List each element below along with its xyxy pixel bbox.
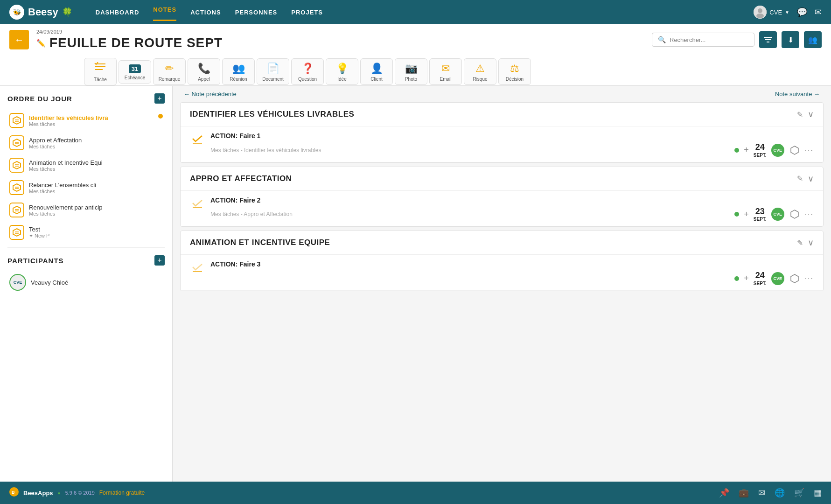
participants-section: PARTICIPANTS + CVE Veauvy Chloé <box>7 255 165 294</box>
nav-personnes[interactable]: PERSONNES <box>235 7 278 18</box>
sidebar-item-1[interactable]: Appro et Affectation Mes tâches <box>7 132 165 154</box>
add-participant-button[interactable]: + <box>154 255 165 266</box>
main-layout: ORDRE DU JOUR + Identifier les véhicules… <box>0 86 831 486</box>
tool-document-label: Document <box>262 77 284 82</box>
section-edit-icon-2[interactable]: ✎ <box>797 238 803 247</box>
section-actions-2: ✎ ∨ <box>797 238 814 248</box>
add-action-btn-2-0[interactable]: + <box>744 273 749 283</box>
section-block-1: APPRO ET AFFECTATION ✎ ∨ ACTION: Faire <box>180 167 824 227</box>
more-btn-1-0[interactable]: ··· <box>805 210 814 218</box>
section-header-1: APPRO ET AFFECTATION ✎ ∨ <box>181 167 823 191</box>
footer-status-dot: ● <box>58 490 61 496</box>
download-button[interactable]: ⬇ <box>782 31 799 48</box>
document-icon: 📄 <box>267 63 279 75</box>
tool-echeance-label: Echéance <box>125 75 145 80</box>
tool-document[interactable]: 📄 Document <box>257 58 289 85</box>
tool-client[interactable]: 👤 Client <box>360 58 393 85</box>
toolbar: Tâche 31 Echéance ✏ Remarque 📞 Appel 👥 R… <box>84 54 822 85</box>
add-action-btn-1-0[interactable]: + <box>744 210 749 219</box>
add-agenda-item-button[interactable]: + <box>154 93 165 104</box>
action-checkbox-icon-2-0[interactable] <box>190 260 205 275</box>
item-subtitle-2: Mes tâches <box>29 166 163 172</box>
cve-avatar-2-0: CVE <box>771 272 784 285</box>
more-btn-2-0[interactable]: ··· <box>805 274 814 283</box>
sidebar-item-3[interactable]: Relancer L'ensembles cli Mes tâches <box>7 176 165 199</box>
item-icon-5 <box>9 225 24 240</box>
section-actions-1: ✎ ∨ <box>797 174 814 184</box>
section-title-1: APPRO ET AFFECTATION <box>190 174 292 183</box>
tool-echeance[interactable]: 31 Echéance <box>119 60 151 84</box>
section-chevron-icon-0[interactable]: ∨ <box>808 109 814 119</box>
section-edit-icon-1[interactable]: ✎ <box>797 174 803 183</box>
item-subtitle-3: Mes tâches <box>29 189 163 194</box>
footer-grid-icon[interactable]: ▦ <box>814 488 822 498</box>
sidebar-item-0[interactable]: Identifier les véhicules livra Mes tâche… <box>7 109 165 132</box>
section-chevron-icon-2[interactable]: ∨ <box>808 238 814 248</box>
tool-remarque[interactable]: ✏ Remarque <box>153 58 186 85</box>
users-button[interactable]: 👥 <box>804 31 822 48</box>
add-action-btn-0-0[interactable]: + <box>744 145 749 155</box>
tool-email[interactable]: ✉ Email <box>429 58 462 85</box>
footer-mail-icon[interactable]: ✉ <box>758 488 765 498</box>
mail-icon[interactable]: ✉ <box>815 7 822 17</box>
tool-risque-label: Risque <box>473 77 487 82</box>
section-title-0: IDENTIFIER LES VÉHICULES LIVRABLES <box>190 110 354 119</box>
tool-question[interactable]: ❓ Question <box>291 58 324 85</box>
item-title-1: Appro et Affectation <box>29 137 163 144</box>
hex-icon-1-0[interactable] <box>789 209 800 220</box>
photo-icon: 📷 <box>405 63 418 75</box>
more-btn-0-0[interactable]: ··· <box>805 146 814 154</box>
item-dot-0 <box>158 114 163 119</box>
footer-pin-icon[interactable]: 📌 <box>719 488 729 498</box>
nav-dashboard[interactable]: DASHBOARD <box>96 7 140 18</box>
action-checkbox-icon-1-0[interactable] <box>190 196 205 211</box>
chat-icon[interactable]: 💬 <box>797 7 807 17</box>
sidebar-item-5[interactable]: Test ✦ New P <box>7 221 165 244</box>
hex-icon-0-0[interactable] <box>789 145 800 156</box>
footer-globe-icon[interactable]: 🌐 <box>775 488 785 498</box>
item-title-3: Relancer L'ensembles cli <box>29 182 163 189</box>
section-edit-icon-0[interactable]: ✎ <box>797 110 803 119</box>
prev-note-link[interactable]: ← Note précédente <box>184 91 237 98</box>
action-checkbox-icon-0-0[interactable] <box>190 132 205 147</box>
tool-reunion[interactable]: 👥 Réunion <box>222 58 255 85</box>
hex-icon-2-0[interactable] <box>789 273 800 284</box>
email-icon: ✉ <box>441 63 450 75</box>
nav-projets[interactable]: PROJETS <box>291 7 323 18</box>
footer-cart-icon[interactable]: 🛒 <box>794 488 804 498</box>
logo[interactable]: 🐝 Beesy 🍀 <box>9 5 72 20</box>
svg-point-1 <box>758 8 762 13</box>
section-header-2: ANIMATION ET INCENTIVE EQUIPE ✎ ∨ <box>181 231 823 255</box>
action-meta-1-0: Mes tâches - Appro et Affectation + 23 S… <box>210 207 814 223</box>
nav-notes[interactable]: NOTES <box>153 4 176 21</box>
section-chevron-icon-1[interactable]: ∨ <box>808 174 814 184</box>
filter-button[interactable] <box>759 31 777 48</box>
back-button[interactable]: ← <box>9 30 29 49</box>
tool-reunion-label: Réunion <box>230 77 247 82</box>
footer-formation-link[interactable]: Formation gratuite <box>99 490 145 496</box>
cve-avatar-1-0: CVE <box>771 208 784 221</box>
tool-appel[interactable]: 📞 Appel <box>188 58 220 85</box>
action-row-1-0: ACTION: Faire 2 Mes tâches - Appro et Af… <box>181 191 823 227</box>
tool-tache[interactable]: Tâche <box>84 58 117 85</box>
svg-marker-28 <box>791 146 798 154</box>
sidebar-item-4[interactable]: Renouvellement par anticip Mes tâches <box>7 199 165 221</box>
risque-icon: ⚠ <box>475 63 485 75</box>
tool-idee[interactable]: 💡 Idée <box>326 58 358 85</box>
action-tags-0-0: Mes tâches - Identifier les véhicules li… <box>210 147 321 154</box>
tool-photo[interactable]: 📷 Photo <box>395 58 427 85</box>
item-title-2: Animation et Incentive Equi <box>29 159 163 166</box>
sidebar: ORDRE DU JOUR + Identifier les véhicules… <box>0 86 173 486</box>
tool-decision[interactable]: ⚖ Décision <box>498 58 531 85</box>
title-edit-icon[interactable]: ✏️ <box>36 39 46 48</box>
appel-icon: 📞 <box>198 63 210 75</box>
footer-briefcase-icon[interactable]: 💼 <box>739 488 749 498</box>
search-input[interactable] <box>670 36 744 43</box>
tool-risque[interactable]: ⚠ Risque <box>464 58 496 85</box>
nav-actions[interactable]: ACTIONS <box>190 7 221 18</box>
svg-marker-18 <box>13 184 21 191</box>
svg-marker-15 <box>13 161 21 169</box>
user-menu[interactable]: CVE ▼ <box>754 6 789 19</box>
next-note-link[interactable]: Note suivante → <box>775 91 820 98</box>
sidebar-item-2[interactable]: Animation et Incentive Equi Mes tâches <box>7 154 165 176</box>
